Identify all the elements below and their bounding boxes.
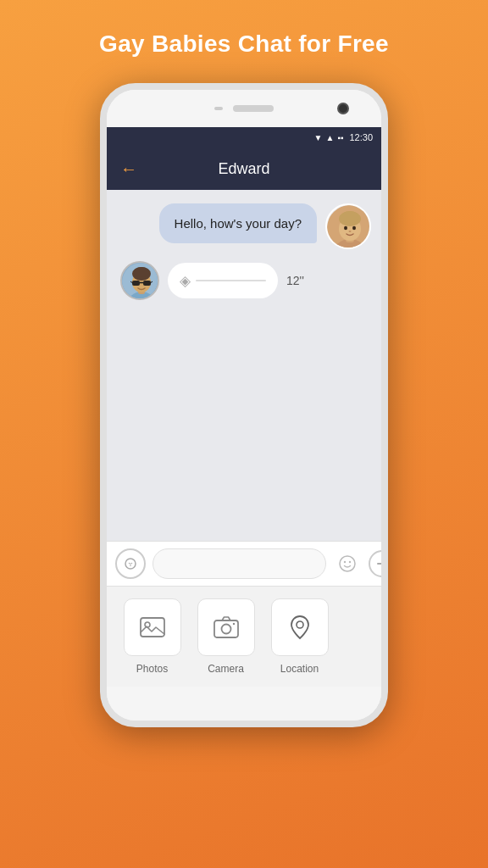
wifi-icon: ▼	[314, 133, 323, 142]
contact-name: Edward	[151, 160, 368, 178]
audio-progress-bar	[196, 280, 266, 281]
phone-bottom-bar	[107, 687, 381, 721]
phone-top-bar	[107, 90, 381, 127]
svg-point-33	[232, 623, 234, 625]
emoji-button[interactable]	[333, 549, 362, 578]
svg-point-9	[349, 231, 352, 232]
audio-duration: 12''	[286, 274, 304, 287]
front-camera-icon	[214, 107, 223, 110]
phone-mockup: ▼ ▲ ▪▪ 12:30 ← Edward Hello, how's your …	[100, 83, 388, 727]
svg-point-34	[297, 621, 303, 628]
location-attachment-item[interactable]: Location	[268, 598, 331, 675]
message-bubble-outgoing: Hello, how's your day?	[159, 203, 317, 243]
camera-label: Camera	[208, 663, 244, 675]
photos-icon-box	[124, 598, 181, 656]
svg-point-24	[340, 556, 355, 571]
status-bar: ▼ ▲ ▪▪ 12:30	[107, 127, 381, 147]
camera-icon	[213, 614, 240, 641]
emoji-icon	[338, 554, 357, 573]
svg-point-32	[221, 625, 230, 634]
photos-attachment-item[interactable]: Photos	[120, 598, 184, 675]
svg-rect-29	[141, 618, 164, 637]
incoming-avatar-svg	[122, 263, 159, 300]
location-label: Location	[280, 663, 319, 675]
message-outgoing: Hello, how's your day?	[117, 203, 371, 249]
location-icon-box	[271, 598, 329, 656]
svg-point-8	[352, 226, 356, 230]
signal-icon: ▲	[325, 133, 334, 142]
plus-icon	[375, 557, 388, 570]
audio-wave-icon: ◈	[180, 272, 191, 290]
chat-body: Hello, how's your day?	[107, 190, 381, 541]
svg-rect-31	[214, 620, 238, 637]
incoming-user-avatar[interactable]	[120, 261, 159, 300]
message-input-area	[107, 541, 381, 586]
svg-point-16	[134, 267, 149, 277]
message-incoming: ◈ 12''	[117, 261, 371, 300]
svg-point-25	[344, 561, 346, 563]
svg-point-26	[349, 561, 351, 563]
status-icons: ▼ ▲ ▪▪ 12:30	[314, 132, 373, 142]
location-icon	[286, 614, 313, 641]
svg-point-7	[344, 226, 347, 230]
phone-speaker	[233, 105, 274, 112]
photos-icon	[139, 614, 166, 641]
svg-rect-18	[143, 281, 151, 286]
phone-shell: ▼ ▲ ▪▪ 12:30 ← Edward Hello, how's your …	[100, 83, 388, 727]
back-button[interactable]: ←	[120, 159, 137, 179]
camera-icon-box	[197, 598, 255, 656]
svg-rect-17	[132, 281, 140, 286]
mic-button[interactable]	[115, 548, 146, 579]
camera-attachment-item[interactable]: Camera	[194, 598, 258, 675]
photos-label: Photos	[136, 663, 168, 675]
audio-message-bubble[interactable]: ◈	[168, 263, 278, 298]
mic-icon	[124, 557, 137, 570]
battery-icon: ▪▪	[337, 133, 343, 142]
svg-point-6	[341, 211, 359, 223]
message-text-input[interactable]	[152, 548, 326, 579]
app-title: Gay Babies Chat for Free	[82, 0, 406, 83]
time-display: 12:30	[349, 132, 373, 142]
outgoing-user-avatar[interactable]	[325, 203, 371, 249]
rear-camera-icon	[337, 103, 349, 114]
chat-header: ← Edward	[107, 147, 381, 190]
more-options-button[interactable]	[369, 550, 388, 577]
attachment-panel: Photos Camera	[107, 586, 381, 687]
outgoing-avatar-svg	[327, 205, 371, 249]
